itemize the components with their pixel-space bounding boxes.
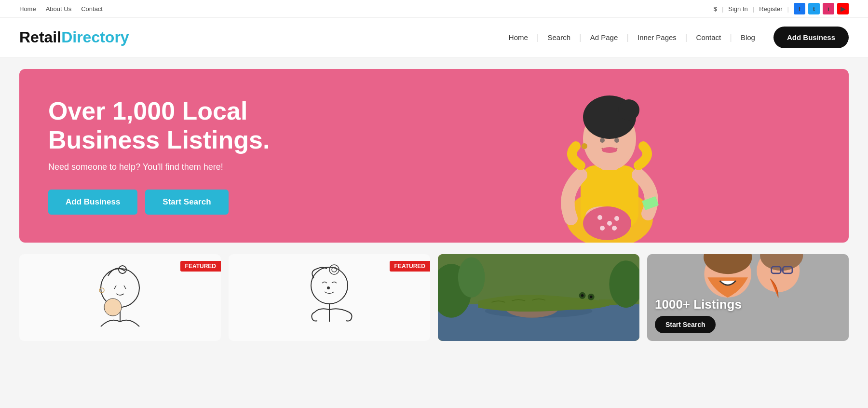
main-nav: RetailDirectory Home | Search | Ad Page …: [0, 18, 868, 57]
svg-point-7: [614, 138, 619, 143]
divider: |: [787, 5, 789, 13]
listings-count: 1000+ Listings: [655, 297, 841, 312]
svg-point-24: [104, 299, 122, 316]
card-4: 1000+ Listings Start Search: [647, 254, 849, 341]
card-photo: [438, 254, 639, 341]
register-link[interactable]: Register: [759, 5, 782, 13]
nav-contact[interactable]: Contact: [688, 33, 730, 41]
twitter-icon[interactable]: t: [808, 3, 820, 14]
divider: |: [722, 5, 723, 13]
svg-line-21: [124, 286, 126, 289]
card-listings: 1000+ Listings Start Search: [647, 254, 849, 341]
nav-blog[interactable]: Blog: [732, 33, 764, 41]
card-3: [438, 254, 639, 341]
hero-woman-illustration: [499, 69, 701, 243]
svg-point-39: [458, 257, 485, 298]
topbar-nav: Home About Us Contact: [19, 5, 103, 13]
nav-home[interactable]: Home: [500, 33, 537, 41]
listings-overlay: 1000+ Listings Start Search: [647, 289, 849, 341]
currency-icon: $: [714, 5, 717, 13]
svg-point-23: [99, 288, 104, 293]
svg-point-15: [612, 226, 617, 231]
svg-point-11: [597, 215, 602, 220]
topbar-home-link[interactable]: Home: [19, 5, 36, 13]
logo-directory: Directory: [61, 28, 129, 46]
svg-point-28: [327, 286, 330, 289]
svg-point-36: [590, 296, 593, 299]
card-1: FEATURED: [19, 254, 221, 341]
hero-buttons: Add Business Start Search: [48, 190, 280, 215]
svg-point-8: [602, 147, 617, 153]
svg-point-12: [607, 221, 612, 226]
face-art-1: [81, 259, 159, 336]
svg-point-13: [614, 216, 619, 221]
hero-image: [351, 69, 849, 243]
add-business-button[interactable]: Add Business: [773, 27, 849, 48]
start-search-card-button[interactable]: Start Search: [655, 316, 716, 333]
nav-links: Home | Search | Ad Page | Inner Pages | …: [500, 27, 849, 48]
topbar-right: $ | Sign In | Register | f t i ▶: [714, 3, 849, 14]
face-art-2: [291, 259, 368, 336]
hero-content: Over 1,000 Local Business Listings. Need…: [19, 73, 309, 239]
hero-add-business-button[interactable]: Add Business: [48, 190, 137, 215]
hero-subtitle: Need someone to help? You'll find them h…: [48, 162, 280, 172]
svg-point-34: [581, 294, 584, 297]
facebook-icon[interactable]: f: [794, 3, 805, 14]
youtube-icon[interactable]: ▶: [837, 3, 849, 14]
hero-banner: Over 1,000 Local Business Listings. Need…: [19, 69, 849, 243]
featured-badge-2: FEATURED: [390, 261, 430, 272]
cards-section: FEATURED: [19, 254, 849, 341]
instagram-icon[interactable]: i: [823, 3, 834, 14]
topbar-about-link[interactable]: About Us: [46, 5, 71, 13]
svg-point-6: [600, 138, 605, 143]
sign-in-link[interactable]: Sign In: [728, 5, 747, 13]
social-icons: f t i ▶: [794, 3, 849, 14]
top-bar: Home About Us Contact $ | Sign In | Regi…: [0, 0, 868, 18]
logo-retail: Retail: [19, 28, 61, 46]
hero-start-search-button[interactable]: Start Search: [145, 190, 228, 215]
nav-adpage[interactable]: Ad Page: [582, 33, 627, 41]
topbar-contact-link[interactable]: Contact: [81, 5, 103, 13]
nav-innerpages[interactable]: Inner Pages: [629, 33, 685, 41]
hero-title: Over 1,000 Local Business Listings.: [48, 97, 280, 155]
svg-point-14: [600, 226, 605, 231]
svg-point-25: [311, 267, 348, 304]
svg-point-16: [582, 143, 587, 149]
crocodile-scene: [438, 254, 639, 341]
svg-point-5: [618, 99, 639, 121]
featured-badge-1: FEATURED: [180, 261, 221, 272]
divider: |: [753, 5, 754, 13]
svg-line-20: [114, 286, 116, 289]
card-2: FEATURED: [229, 254, 430, 341]
nav-search[interactable]: Search: [539, 33, 580, 41]
logo[interactable]: RetailDirectory: [19, 28, 129, 46]
